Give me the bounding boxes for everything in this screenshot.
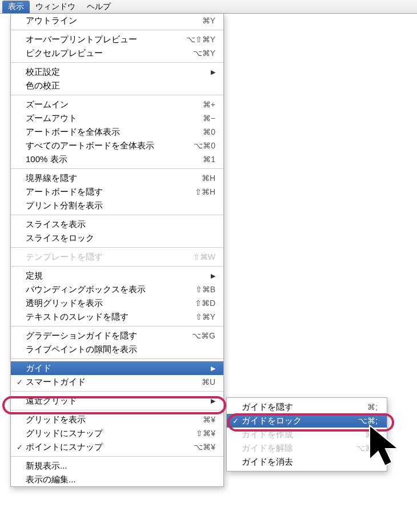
menu-shortcut: ⇧⌘¥ (183, 429, 215, 438)
submenu-release-guides: ガイドを解除 ⌥⌘5 (227, 441, 387, 455)
menu-hide-gradient-guide[interactable]: グラデーションガイドを隠す ⌥⌘G (11, 329, 223, 342)
menu-shortcut: ⌥⌘G (183, 331, 215, 340)
menu-proof-colors[interactable]: 色の校正 (11, 79, 223, 92)
menu-show-tgrid[interactable]: 透明グリッドを表示 ⇧⌘D (11, 296, 223, 310)
menu-shortcut: ⌥⇧⌘Y (183, 35, 215, 44)
menu-actual-size[interactable]: 100% 表示 ⌘1 (11, 152, 223, 166)
menu-label: すべてのアートボードを全体表示 (25, 140, 183, 151)
menu-proof-setup[interactable]: 校正設定 ▶ (11, 65, 223, 79)
menu-label: ズームアウト (25, 113, 183, 124)
menu-hide-text-threads[interactable]: テキストのスレッドを隠す ⇧⌘Y (11, 310, 223, 324)
menu-show-bbox[interactable]: バウンディングボックスを表示 ⇧⌘B (11, 283, 223, 296)
menu-fit-all[interactable]: すべてのアートボードを全体表示 ⌥⌘0 (11, 139, 223, 152)
menu-label: 表示の編集... (25, 474, 215, 485)
menu-show-grid[interactable]: グリッドを表示 ⌘¥ (11, 413, 223, 426)
menu-label: スライスをロック (25, 233, 215, 244)
menu-label: グリッドにスナップ (25, 428, 183, 439)
menu-separator (11, 95, 223, 95)
menu-shortcut: ⌘Y (183, 16, 215, 25)
menu-edit-views[interactable]: 表示の編集... (11, 473, 223, 486)
menu-show-slices[interactable]: スライスを表示 (11, 217, 223, 231)
submenu-lock-guides[interactable]: ✓ ガイドをロック ⌥⌘; (227, 414, 387, 428)
menu-zoom-out[interactable]: ズームアウト ⌘− (11, 111, 223, 125)
menu-label: アートボードを隠す (25, 187, 183, 198)
menu-separator (11, 410, 223, 410)
menu-smart-guides[interactable]: ✓ スマートガイド ⌘U (11, 375, 223, 389)
menubar: 表示 ウィンドウ ヘルプ (0, 0, 417, 14)
menu-new-view[interactable]: 新規表示... (11, 459, 223, 473)
menu-perspective-grid[interactable]: 遠近グリッド ▶ (11, 394, 223, 408)
menu-zoom-in[interactable]: ズームイン ⌘+ (11, 98, 223, 111)
menu-lock-slices[interactable]: スライスをロック (11, 231, 223, 245)
menu-guides[interactable]: ガイド ▶ (11, 361, 223, 375)
menu-show-print-tiling[interactable]: プリント分割を表示 (11, 199, 223, 212)
menu-label: アウトライン (25, 15, 183, 26)
menu-shortcut: ⌥⌘0 (183, 141, 215, 150)
submenu-clear-guides[interactable]: ガイドを消去 (227, 455, 387, 469)
guides-submenu: ガイドを隠す ⌘; ✓ ガイドをロック ⌥⌘; ガイドを作成 ⌘5 ガイドを解除… (226, 397, 387, 471)
menu-label: スマートガイド (25, 377, 183, 388)
submenu-arrow-icon: ▶ (211, 68, 215, 76)
menu-separator (11, 62, 223, 63)
check-icon: ✓ (14, 443, 25, 452)
submenu-arrow-icon: ▶ (211, 397, 215, 405)
menu-separator (11, 266, 223, 267)
menubar-window[interactable]: ウィンドウ (30, 1, 81, 13)
menu-pixel-preview[interactable]: ピクセルプレビュー ⌥⌘Y (11, 46, 223, 60)
menu-shortcut: ⌘H (183, 174, 215, 183)
menubar-help[interactable]: ヘルプ (81, 1, 117, 13)
submenu-arrow-icon: ▶ (211, 272, 215, 280)
menu-shortcut: ⌘+ (183, 100, 215, 109)
menu-fit-artboard[interactable]: アートボードを全体表示 ⌘0 (11, 125, 223, 139)
menu-label: 定規 (25, 271, 207, 281)
menu-shortcut: ⇧⌘H (183, 187, 215, 196)
menu-label: 境界線を隠す (25, 173, 183, 184)
menu-label: ガイドを作成 (240, 429, 346, 440)
menu-label: グラデーションガイドを隠す (25, 331, 183, 341)
menu-separator (11, 456, 223, 457)
menu-overprint-preview[interactable]: オーバープリントプレビュー ⌥⇧⌘Y (11, 33, 223, 46)
menu-hide-edges[interactable]: 境界線を隠す ⌘H (11, 171, 223, 185)
view-menu-dropdown: アウトライン ⌘Y オーバープリントプレビュー ⌥⇧⌘Y ピクセルプレビュー ⌥… (10, 14, 224, 487)
menu-separator (11, 391, 223, 392)
menu-label: プリント分割を表示 (25, 200, 215, 211)
menu-shortcut: ⌥⌘; (346, 416, 378, 425)
check-icon: ✓ (14, 378, 25, 386)
menu-show-livepaint-gaps[interactable]: ライブペイントの隙間を表示 (11, 342, 223, 356)
menu-separator (11, 215, 223, 215)
menu-label: オーバープリントプレビュー (25, 34, 183, 45)
menu-shortcut: ⌘0 (183, 127, 215, 136)
menu-separator (11, 168, 223, 169)
menu-label: グリッドを表示 (25, 414, 183, 425)
menu-separator (11, 358, 223, 359)
menu-shortcut: ⌥⌘5 (346, 444, 378, 453)
menu-hide-template: テンプレートを隠す ⇧⌘W (11, 250, 223, 264)
menu-snap-grid[interactable]: グリッドにスナップ ⇧⌘¥ (11, 426, 223, 440)
submenu-hide-guides[interactable]: ガイドを隠す ⌘; (227, 400, 387, 414)
menu-shortcut: ⇧⌘W (183, 252, 215, 261)
menu-rulers[interactable]: 定規 ▶ (11, 269, 223, 283)
menu-label: バウンディングボックスを表示 (25, 284, 183, 295)
menu-hide-artboards[interactable]: アートボードを隠す ⇧⌘H (11, 185, 223, 199)
menu-shortcut: ⌘5 (346, 430, 378, 439)
menu-label: ガイド (25, 363, 207, 374)
menu-shortcut: ⌘U (183, 377, 215, 386)
menu-label: ポイントにスナップ (25, 442, 183, 453)
menu-label: ライブペイントの隙間を表示 (25, 344, 215, 355)
menu-shortcut: ⇧⌘Y (183, 312, 215, 321)
menu-shortcut: ⌥⌘¥ (183, 442, 215, 452)
menu-snap-point[interactable]: ✓ ポイントにスナップ ⌥⌘¥ (11, 440, 223, 454)
menu-separator (11, 30, 223, 30)
menu-shortcut: ⌘1 (183, 155, 215, 164)
menu-shortcut: ⇧⌘D (183, 299, 215, 308)
menu-outline[interactable]: アウトライン ⌘Y (11, 14, 223, 27)
menu-label: ピクセルプレビュー (25, 48, 183, 59)
menubar-view[interactable]: 表示 (2, 1, 30, 13)
menu-separator (11, 326, 223, 327)
check-icon: ✓ (230, 417, 240, 425)
menu-label: 校正設定 (25, 67, 207, 78)
menu-shortcut: ⌘; (346, 402, 378, 412)
menu-shortcut: ⇧⌘B (183, 285, 215, 294)
menu-shortcut: ⌘− (183, 114, 215, 123)
menu-label: スライスを表示 (25, 219, 215, 230)
